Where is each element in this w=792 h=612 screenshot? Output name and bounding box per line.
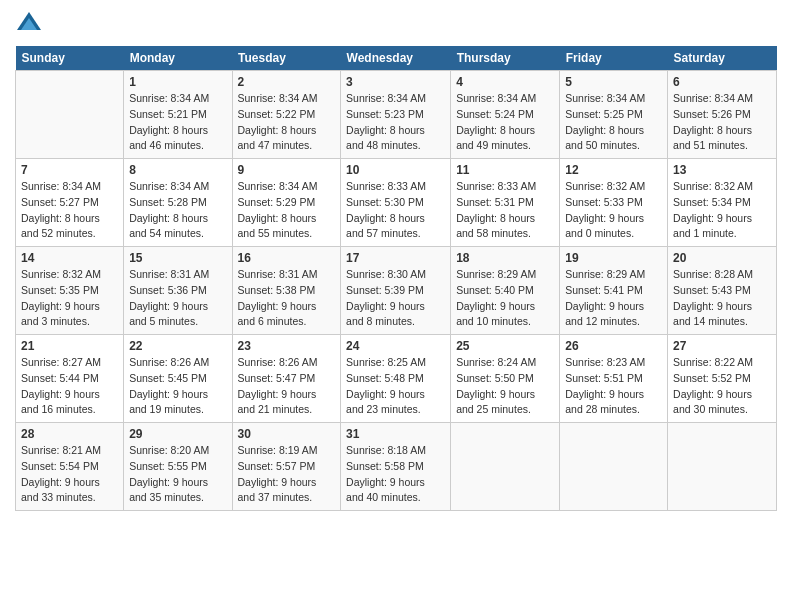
day-number: 16 bbox=[238, 251, 336, 265]
day-number: 22 bbox=[129, 339, 226, 353]
day-number: 15 bbox=[129, 251, 226, 265]
calendar-cell: 12Sunrise: 8:32 AMSunset: 5:33 PMDayligh… bbox=[560, 159, 668, 247]
calendar-cell: 31Sunrise: 8:18 AMSunset: 5:58 PMDayligh… bbox=[341, 423, 451, 511]
calendar-cell bbox=[451, 423, 560, 511]
calendar-week-row: 14Sunrise: 8:32 AMSunset: 5:35 PMDayligh… bbox=[16, 247, 777, 335]
calendar-week-row: 21Sunrise: 8:27 AMSunset: 5:44 PMDayligh… bbox=[16, 335, 777, 423]
day-number: 8 bbox=[129, 163, 226, 177]
calendar-cell: 20Sunrise: 8:28 AMSunset: 5:43 PMDayligh… bbox=[668, 247, 777, 335]
calendar-cell: 30Sunrise: 8:19 AMSunset: 5:57 PMDayligh… bbox=[232, 423, 341, 511]
day-number: 14 bbox=[21, 251, 118, 265]
calendar-cell: 9Sunrise: 8:34 AMSunset: 5:29 PMDaylight… bbox=[232, 159, 341, 247]
day-info: Sunrise: 8:34 AMSunset: 5:27 PMDaylight:… bbox=[21, 179, 118, 242]
day-number: 18 bbox=[456, 251, 554, 265]
weekday-header: Tuesday bbox=[232, 46, 341, 71]
weekday-header: Friday bbox=[560, 46, 668, 71]
day-info: Sunrise: 8:34 AMSunset: 5:22 PMDaylight:… bbox=[238, 91, 336, 154]
calendar-cell: 28Sunrise: 8:21 AMSunset: 5:54 PMDayligh… bbox=[16, 423, 124, 511]
calendar-cell: 24Sunrise: 8:25 AMSunset: 5:48 PMDayligh… bbox=[341, 335, 451, 423]
calendar-cell: 7Sunrise: 8:34 AMSunset: 5:27 PMDaylight… bbox=[16, 159, 124, 247]
day-number: 28 bbox=[21, 427, 118, 441]
calendar-week-row: 1Sunrise: 8:34 AMSunset: 5:21 PMDaylight… bbox=[16, 71, 777, 159]
calendar-cell: 27Sunrise: 8:22 AMSunset: 5:52 PMDayligh… bbox=[668, 335, 777, 423]
day-info: Sunrise: 8:22 AMSunset: 5:52 PMDaylight:… bbox=[673, 355, 771, 418]
day-number: 3 bbox=[346, 75, 445, 89]
day-number: 17 bbox=[346, 251, 445, 265]
calendar-cell: 6Sunrise: 8:34 AMSunset: 5:26 PMDaylight… bbox=[668, 71, 777, 159]
calendar-table: SundayMondayTuesdayWednesdayThursdayFrid… bbox=[15, 46, 777, 511]
day-info: Sunrise: 8:24 AMSunset: 5:50 PMDaylight:… bbox=[456, 355, 554, 418]
weekday-header: Monday bbox=[124, 46, 232, 71]
day-number: 6 bbox=[673, 75, 771, 89]
calendar-cell: 29Sunrise: 8:20 AMSunset: 5:55 PMDayligh… bbox=[124, 423, 232, 511]
day-info: Sunrise: 8:34 AMSunset: 5:28 PMDaylight:… bbox=[129, 179, 226, 242]
calendar-cell: 19Sunrise: 8:29 AMSunset: 5:41 PMDayligh… bbox=[560, 247, 668, 335]
calendar-cell: 11Sunrise: 8:33 AMSunset: 5:31 PMDayligh… bbox=[451, 159, 560, 247]
calendar-cell: 3Sunrise: 8:34 AMSunset: 5:23 PMDaylight… bbox=[341, 71, 451, 159]
calendar-week-row: 7Sunrise: 8:34 AMSunset: 5:27 PMDaylight… bbox=[16, 159, 777, 247]
logo bbox=[15, 10, 47, 38]
calendar-cell: 1Sunrise: 8:34 AMSunset: 5:21 PMDaylight… bbox=[124, 71, 232, 159]
day-number: 7 bbox=[21, 163, 118, 177]
day-info: Sunrise: 8:34 AMSunset: 5:29 PMDaylight:… bbox=[238, 179, 336, 242]
day-number: 25 bbox=[456, 339, 554, 353]
day-info: Sunrise: 8:34 AMSunset: 5:26 PMDaylight:… bbox=[673, 91, 771, 154]
day-number: 5 bbox=[565, 75, 662, 89]
weekday-header: Thursday bbox=[451, 46, 560, 71]
day-info: Sunrise: 8:29 AMSunset: 5:40 PMDaylight:… bbox=[456, 267, 554, 330]
day-number: 2 bbox=[238, 75, 336, 89]
weekday-header: Saturday bbox=[668, 46, 777, 71]
day-number: 11 bbox=[456, 163, 554, 177]
day-info: Sunrise: 8:30 AMSunset: 5:39 PMDaylight:… bbox=[346, 267, 445, 330]
day-number: 12 bbox=[565, 163, 662, 177]
day-info: Sunrise: 8:34 AMSunset: 5:24 PMDaylight:… bbox=[456, 91, 554, 154]
day-number: 21 bbox=[21, 339, 118, 353]
day-number: 4 bbox=[456, 75, 554, 89]
calendar-cell: 15Sunrise: 8:31 AMSunset: 5:36 PMDayligh… bbox=[124, 247, 232, 335]
calendar-cell: 22Sunrise: 8:26 AMSunset: 5:45 PMDayligh… bbox=[124, 335, 232, 423]
calendar-cell: 23Sunrise: 8:26 AMSunset: 5:47 PMDayligh… bbox=[232, 335, 341, 423]
day-info: Sunrise: 8:34 AMSunset: 5:25 PMDaylight:… bbox=[565, 91, 662, 154]
calendar-cell: 10Sunrise: 8:33 AMSunset: 5:30 PMDayligh… bbox=[341, 159, 451, 247]
day-number: 23 bbox=[238, 339, 336, 353]
day-info: Sunrise: 8:23 AMSunset: 5:51 PMDaylight:… bbox=[565, 355, 662, 418]
day-number: 10 bbox=[346, 163, 445, 177]
calendar-week-row: 28Sunrise: 8:21 AMSunset: 5:54 PMDayligh… bbox=[16, 423, 777, 511]
day-number: 29 bbox=[129, 427, 226, 441]
calendar-cell: 2Sunrise: 8:34 AMSunset: 5:22 PMDaylight… bbox=[232, 71, 341, 159]
day-info: Sunrise: 8:32 AMSunset: 5:34 PMDaylight:… bbox=[673, 179, 771, 242]
day-number: 1 bbox=[129, 75, 226, 89]
day-info: Sunrise: 8:18 AMSunset: 5:58 PMDaylight:… bbox=[346, 443, 445, 506]
calendar-cell bbox=[560, 423, 668, 511]
calendar-cell: 16Sunrise: 8:31 AMSunset: 5:38 PMDayligh… bbox=[232, 247, 341, 335]
day-info: Sunrise: 8:29 AMSunset: 5:41 PMDaylight:… bbox=[565, 267, 662, 330]
calendar-cell: 17Sunrise: 8:30 AMSunset: 5:39 PMDayligh… bbox=[341, 247, 451, 335]
calendar-cell: 26Sunrise: 8:23 AMSunset: 5:51 PMDayligh… bbox=[560, 335, 668, 423]
weekday-header: Wednesday bbox=[341, 46, 451, 71]
day-number: 19 bbox=[565, 251, 662, 265]
day-info: Sunrise: 8:32 AMSunset: 5:35 PMDaylight:… bbox=[21, 267, 118, 330]
page: SundayMondayTuesdayWednesdayThursdayFrid… bbox=[0, 0, 792, 612]
day-info: Sunrise: 8:19 AMSunset: 5:57 PMDaylight:… bbox=[238, 443, 336, 506]
calendar-cell: 21Sunrise: 8:27 AMSunset: 5:44 PMDayligh… bbox=[16, 335, 124, 423]
day-info: Sunrise: 8:27 AMSunset: 5:44 PMDaylight:… bbox=[21, 355, 118, 418]
calendar-cell: 4Sunrise: 8:34 AMSunset: 5:24 PMDaylight… bbox=[451, 71, 560, 159]
calendar-cell: 14Sunrise: 8:32 AMSunset: 5:35 PMDayligh… bbox=[16, 247, 124, 335]
day-info: Sunrise: 8:26 AMSunset: 5:45 PMDaylight:… bbox=[129, 355, 226, 418]
day-info: Sunrise: 8:32 AMSunset: 5:33 PMDaylight:… bbox=[565, 179, 662, 242]
calendar-cell bbox=[16, 71, 124, 159]
day-info: Sunrise: 8:28 AMSunset: 5:43 PMDaylight:… bbox=[673, 267, 771, 330]
day-info: Sunrise: 8:34 AMSunset: 5:21 PMDaylight:… bbox=[129, 91, 226, 154]
header bbox=[15, 10, 777, 38]
day-info: Sunrise: 8:33 AMSunset: 5:30 PMDaylight:… bbox=[346, 179, 445, 242]
day-number: 27 bbox=[673, 339, 771, 353]
day-number: 20 bbox=[673, 251, 771, 265]
day-info: Sunrise: 8:20 AMSunset: 5:55 PMDaylight:… bbox=[129, 443, 226, 506]
day-number: 13 bbox=[673, 163, 771, 177]
day-info: Sunrise: 8:26 AMSunset: 5:47 PMDaylight:… bbox=[238, 355, 336, 418]
day-number: 9 bbox=[238, 163, 336, 177]
day-number: 24 bbox=[346, 339, 445, 353]
day-info: Sunrise: 8:33 AMSunset: 5:31 PMDaylight:… bbox=[456, 179, 554, 242]
calendar-cell: 18Sunrise: 8:29 AMSunset: 5:40 PMDayligh… bbox=[451, 247, 560, 335]
calendar-cell: 25Sunrise: 8:24 AMSunset: 5:50 PMDayligh… bbox=[451, 335, 560, 423]
